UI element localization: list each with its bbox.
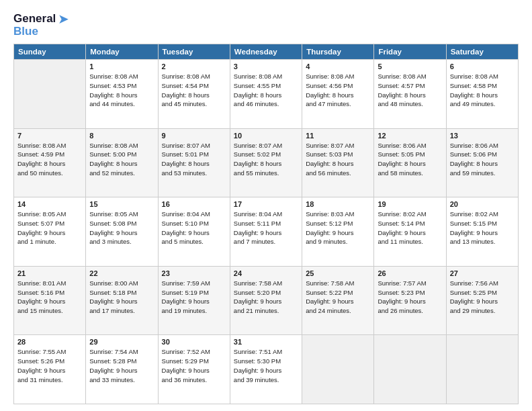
calendar-cell: 12Sunrise: 8:06 AM Sunset: 5:05 PM Dayli… bbox=[374, 128, 446, 197]
day-number: 16 bbox=[162, 200, 226, 208]
calendar-cell: 17Sunrise: 8:04 AM Sunset: 5:11 PM Dayli… bbox=[230, 197, 302, 267]
calendar-cell: 25Sunrise: 7:58 AM Sunset: 5:22 PM Dayli… bbox=[302, 266, 374, 335]
weekday-header-monday: Monday bbox=[86, 44, 158, 60]
calendar-cell: 1Sunrise: 8:08 AM Sunset: 4:53 PM Daylig… bbox=[86, 60, 158, 129]
week-row-2: 14Sunrise: 8:05 AM Sunset: 5:07 PM Dayli… bbox=[14, 197, 519, 267]
day-number: 3 bbox=[234, 62, 298, 71]
calendar-cell: 23Sunrise: 7:59 AM Sunset: 5:19 PM Dayli… bbox=[158, 266, 230, 335]
calendar-cell: 7Sunrise: 8:08 AM Sunset: 4:59 PM Daylig… bbox=[14, 128, 86, 197]
day-number: 27 bbox=[450, 269, 515, 277]
weekday-header-sunday: Sunday bbox=[14, 44, 86, 60]
calendar-cell: 19Sunrise: 8:02 AM Sunset: 5:14 PM Dayli… bbox=[374, 197, 446, 267]
day-number: 6 bbox=[450, 62, 515, 71]
page: General ➤ Blue SundayMondayTuesdayWednes… bbox=[0, 0, 532, 411]
weekday-header-row: SundayMondayTuesdayWednesdayThursdayFrid… bbox=[14, 44, 519, 60]
calendar-cell: 27Sunrise: 7:56 AM Sunset: 5:25 PM Dayli… bbox=[446, 266, 518, 335]
day-info: Sunrise: 8:02 AM Sunset: 5:14 PM Dayligh… bbox=[378, 210, 442, 246]
calendar-cell: 4Sunrise: 8:08 AM Sunset: 4:56 PM Daylig… bbox=[302, 60, 374, 129]
calendar-cell: 26Sunrise: 7:57 AM Sunset: 5:23 PM Dayli… bbox=[374, 266, 446, 335]
day-info: Sunrise: 8:04 AM Sunset: 5:10 PM Dayligh… bbox=[162, 210, 226, 246]
day-info: Sunrise: 8:02 AM Sunset: 5:15 PM Dayligh… bbox=[450, 210, 515, 246]
day-number: 9 bbox=[162, 132, 226, 140]
calendar-cell: 2Sunrise: 8:08 AM Sunset: 4:54 PM Daylig… bbox=[158, 60, 230, 129]
calendar-cell: 24Sunrise: 7:58 AM Sunset: 5:20 PM Dayli… bbox=[230, 266, 302, 335]
day-number: 30 bbox=[162, 338, 226, 346]
day-number: 28 bbox=[17, 338, 82, 346]
logo: General ➤ Blue bbox=[13, 11, 69, 38]
day-info: Sunrise: 8:08 AM Sunset: 4:55 PM Dayligh… bbox=[234, 72, 298, 109]
logo-blue: Blue bbox=[13, 25, 38, 38]
week-row-1: 7Sunrise: 8:08 AM Sunset: 4:59 PM Daylig… bbox=[14, 128, 519, 197]
calendar-cell: 3Sunrise: 8:08 AM Sunset: 4:55 PM Daylig… bbox=[230, 60, 302, 129]
calendar-cell: 14Sunrise: 8:05 AM Sunset: 5:07 PM Dayli… bbox=[14, 197, 86, 267]
day-info: Sunrise: 7:52 AM Sunset: 5:29 PM Dayligh… bbox=[162, 347, 226, 384]
day-info: Sunrise: 8:08 AM Sunset: 4:57 PM Dayligh… bbox=[378, 72, 442, 109]
weekday-header-saturday: Saturday bbox=[446, 44, 518, 60]
day-number: 20 bbox=[450, 200, 515, 208]
day-info: Sunrise: 7:57 AM Sunset: 5:23 PM Dayligh… bbox=[378, 279, 442, 316]
week-row-0: 1Sunrise: 8:08 AM Sunset: 4:53 PM Daylig… bbox=[14, 60, 519, 129]
day-number: 23 bbox=[162, 269, 226, 277]
day-number: 2 bbox=[162, 62, 226, 71]
calendar-cell: 13Sunrise: 8:06 AM Sunset: 5:06 PM Dayli… bbox=[446, 128, 518, 197]
day-info: Sunrise: 8:05 AM Sunset: 5:08 PM Dayligh… bbox=[89, 210, 154, 246]
day-info: Sunrise: 7:58 AM Sunset: 5:22 PM Dayligh… bbox=[306, 279, 370, 316]
calendar-cell: 20Sunrise: 8:02 AM Sunset: 5:15 PM Dayli… bbox=[446, 197, 518, 267]
week-row-4: 28Sunrise: 7:55 AM Sunset: 5:26 PM Dayli… bbox=[14, 335, 519, 404]
calendar-cell bbox=[374, 335, 446, 404]
weekday-header-wednesday: Wednesday bbox=[230, 44, 302, 60]
day-info: Sunrise: 8:08 AM Sunset: 4:53 PM Dayligh… bbox=[89, 72, 154, 109]
day-info: Sunrise: 8:03 AM Sunset: 5:12 PM Dayligh… bbox=[306, 210, 370, 246]
calendar-body: 1Sunrise: 8:08 AM Sunset: 4:53 PM Daylig… bbox=[14, 60, 519, 404]
calendar-cell: 8Sunrise: 8:08 AM Sunset: 5:00 PM Daylig… bbox=[86, 128, 158, 197]
day-info: Sunrise: 8:06 AM Sunset: 5:05 PM Dayligh… bbox=[378, 141, 442, 178]
day-number: 15 bbox=[89, 200, 154, 208]
calendar-cell bbox=[302, 335, 374, 404]
day-number: 1 bbox=[89, 62, 154, 71]
calendar-cell: 22Sunrise: 8:00 AM Sunset: 5:18 PM Dayli… bbox=[86, 266, 158, 335]
calendar-cell: 10Sunrise: 8:07 AM Sunset: 5:02 PM Dayli… bbox=[230, 128, 302, 197]
calendar-cell: 28Sunrise: 7:55 AM Sunset: 5:26 PM Dayli… bbox=[14, 335, 86, 404]
day-number: 22 bbox=[89, 269, 154, 277]
calendar-cell: 6Sunrise: 8:08 AM Sunset: 4:58 PM Daylig… bbox=[446, 60, 518, 129]
day-number: 12 bbox=[378, 132, 442, 140]
day-info: Sunrise: 8:04 AM Sunset: 5:11 PM Dayligh… bbox=[234, 210, 298, 246]
day-info: Sunrise: 7:58 AM Sunset: 5:20 PM Dayligh… bbox=[234, 279, 298, 316]
calendar-cell: 18Sunrise: 8:03 AM Sunset: 5:12 PM Dayli… bbox=[302, 197, 374, 267]
day-info: Sunrise: 7:55 AM Sunset: 5:26 PM Dayligh… bbox=[17, 347, 82, 384]
day-number: 29 bbox=[89, 338, 154, 346]
day-info: Sunrise: 8:08 AM Sunset: 4:58 PM Dayligh… bbox=[450, 72, 515, 109]
day-info: Sunrise: 8:05 AM Sunset: 5:07 PM Dayligh… bbox=[17, 210, 82, 246]
day-number: 19 bbox=[378, 200, 442, 208]
day-info: Sunrise: 8:08 AM Sunset: 5:00 PM Dayligh… bbox=[89, 141, 154, 178]
calendar-cell: 5Sunrise: 8:08 AM Sunset: 4:57 PM Daylig… bbox=[374, 60, 446, 129]
day-number: 25 bbox=[306, 269, 370, 277]
day-number: 7 bbox=[17, 132, 82, 140]
day-number: 17 bbox=[234, 200, 298, 208]
day-number: 24 bbox=[234, 269, 298, 277]
day-number: 11 bbox=[306, 132, 370, 140]
logo-general: General bbox=[13, 12, 56, 26]
calendar-cell: 15Sunrise: 8:05 AM Sunset: 5:08 PM Dayli… bbox=[86, 197, 158, 267]
day-number: 5 bbox=[378, 62, 442, 71]
day-info: Sunrise: 8:07 AM Sunset: 5:01 PM Dayligh… bbox=[162, 141, 226, 178]
calendar-cell: 16Sunrise: 8:04 AM Sunset: 5:10 PM Dayli… bbox=[158, 197, 230, 267]
day-info: Sunrise: 8:08 AM Sunset: 4:54 PM Dayligh… bbox=[162, 72, 226, 109]
day-number: 31 bbox=[234, 338, 298, 346]
weekday-header-friday: Friday bbox=[374, 44, 446, 60]
day-info: Sunrise: 7:51 AM Sunset: 5:30 PM Dayligh… bbox=[234, 347, 298, 384]
day-info: Sunrise: 8:07 AM Sunset: 5:02 PM Dayligh… bbox=[234, 141, 298, 178]
day-number: 8 bbox=[89, 132, 154, 140]
day-info: Sunrise: 8:00 AM Sunset: 5:18 PM Dayligh… bbox=[89, 279, 154, 316]
day-number: 14 bbox=[17, 200, 82, 208]
calendar-cell: 11Sunrise: 8:07 AM Sunset: 5:03 PM Dayli… bbox=[302, 128, 374, 197]
calendar-cell: 21Sunrise: 8:01 AM Sunset: 5:16 PM Dayli… bbox=[14, 266, 86, 335]
calendar-cell bbox=[14, 60, 86, 129]
calendar-table: SundayMondayTuesdayWednesdayThursdayFrid… bbox=[13, 44, 519, 404]
calendar-cell: 9Sunrise: 8:07 AM Sunset: 5:01 PM Daylig… bbox=[158, 128, 230, 197]
day-number: 13 bbox=[450, 132, 515, 140]
day-info: Sunrise: 8:08 AM Sunset: 4:56 PM Dayligh… bbox=[306, 72, 370, 109]
day-number: 18 bbox=[306, 200, 370, 208]
header: General ➤ Blue bbox=[13, 11, 519, 38]
day-number: 21 bbox=[17, 269, 82, 277]
